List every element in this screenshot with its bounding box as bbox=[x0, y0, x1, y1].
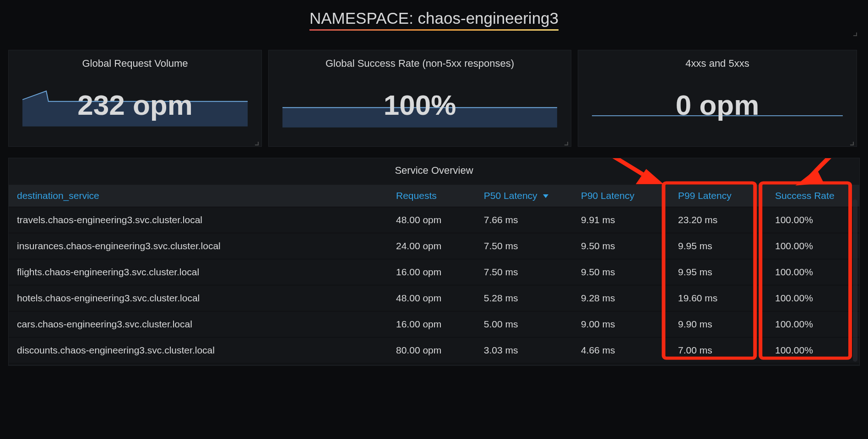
cell-destination-service: hotels.chaos-engineering3.svc.cluster.lo… bbox=[9, 285, 388, 311]
cell-p90-latency: 4.66 ms bbox=[573, 337, 670, 364]
col-header-label: destination_service bbox=[17, 190, 99, 201]
cell-success-rate: 100.00% bbox=[767, 337, 859, 364]
cell-destination-service: flights.chaos-engineering3.svc.cluster.l… bbox=[9, 259, 388, 285]
col-header-destination-service[interactable]: destination_service bbox=[9, 185, 388, 207]
cell-p99-latency: 7.00 ms bbox=[670, 337, 767, 364]
cell-p99-latency: 9.95 ms bbox=[670, 233, 767, 259]
cell-requests: 16.00 opm bbox=[388, 311, 476, 337]
panel-resize-handle[interactable] bbox=[849, 141, 854, 145]
cell-p90-latency: 9.50 ms bbox=[573, 259, 670, 285]
stat-value: 232 opm bbox=[77, 89, 193, 121]
col-header-requests[interactable]: Requests bbox=[388, 185, 476, 207]
cell-success-rate: 100.00% bbox=[767, 233, 859, 259]
table-row[interactable]: travels.chaos-engineering3.svc.cluster.l… bbox=[9, 207, 859, 233]
cell-destination-service: discounts.chaos-engineering3.svc.cluster… bbox=[9, 337, 388, 364]
col-header-p50-latency[interactable]: P50 Latency bbox=[476, 185, 573, 207]
stat-title: 4xxs and 5xxs bbox=[586, 58, 848, 70]
table-title: Service Overview bbox=[9, 158, 859, 185]
stat-card-4xx-5xx[interactable]: 4xxs and 5xxs 0 opm bbox=[578, 50, 857, 147]
panel-resize-handle[interactable] bbox=[564, 141, 568, 145]
stat-value: 100% bbox=[384, 89, 456, 121]
table-row[interactable]: hotels.chaos-engineering3.svc.cluster.lo… bbox=[9, 285, 859, 311]
stat-card-global-success-rate[interactable]: Global Success Rate (non-5xx responses) … bbox=[268, 50, 571, 147]
cell-p99-latency: 9.90 ms bbox=[670, 311, 767, 337]
col-header-success-rate[interactable]: Success Rate bbox=[767, 185, 859, 207]
table-scrollbar[interactable] bbox=[853, 199, 857, 362]
cell-p50-latency: 7.50 ms bbox=[476, 259, 573, 285]
col-header-label: Success Rate bbox=[775, 190, 835, 201]
cell-p50-latency: 7.50 ms bbox=[476, 233, 573, 259]
col-header-p99-latency[interactable]: P99 Latency bbox=[670, 185, 767, 207]
cell-requests: 24.00 opm bbox=[388, 233, 476, 259]
stat-title: Global Success Rate (non-5xx responses) bbox=[277, 58, 563, 70]
stat-title: Global Request Volume bbox=[17, 58, 253, 70]
cell-success-rate: 100.00% bbox=[767, 207, 859, 233]
cell-p99-latency: 19.60 ms bbox=[670, 285, 767, 311]
col-header-label: P99 Latency bbox=[678, 190, 732, 201]
cell-destination-service: cars.chaos-engineering3.svc.cluster.loca… bbox=[9, 311, 388, 337]
cell-success-rate: 100.00% bbox=[767, 285, 859, 311]
col-header-label: Requests bbox=[396, 190, 437, 201]
col-header-label: P90 Latency bbox=[581, 190, 635, 201]
cell-success-rate: 100.00% bbox=[767, 311, 859, 337]
table-row[interactable]: discounts.chaos-engineering3.svc.cluster… bbox=[9, 337, 859, 364]
page-title: NAMESPACE: chaos-engineering3 bbox=[309, 9, 559, 31]
stat-card-global-request-volume[interactable]: Global Request Volume 232 opm bbox=[8, 50, 262, 147]
service-overview-table: destination_service Requests P50 Latency… bbox=[9, 185, 859, 364]
cell-p50-latency: 3.03 ms bbox=[476, 337, 573, 364]
col-header-p90-latency[interactable]: P90 Latency bbox=[573, 185, 670, 207]
cell-destination-service: insurances.chaos-engineering3.svc.cluste… bbox=[9, 233, 388, 259]
cell-requests: 16.00 opm bbox=[388, 259, 476, 285]
cell-requests: 80.00 opm bbox=[388, 337, 476, 364]
service-overview-panel: Service Overview destination_service Req… bbox=[8, 158, 860, 366]
cell-p99-latency: 9.95 ms bbox=[670, 259, 767, 285]
panel-resize-handle[interactable] bbox=[852, 32, 857, 36]
stat-value: 0 opm bbox=[676, 89, 760, 121]
sort-desc-icon bbox=[542, 194, 549, 198]
cell-requests: 48.00 opm bbox=[388, 207, 476, 233]
table-row[interactable]: cars.chaos-engineering3.svc.cluster.loca… bbox=[9, 311, 859, 337]
col-header-label: P50 Latency bbox=[484, 190, 537, 201]
cell-p50-latency: 5.28 ms bbox=[476, 285, 573, 311]
panel-resize-handle[interactable] bbox=[254, 141, 259, 145]
cell-p50-latency: 7.66 ms bbox=[476, 207, 573, 233]
cell-success-rate: 100.00% bbox=[767, 259, 859, 285]
cell-requests: 48.00 opm bbox=[388, 285, 476, 311]
cell-p99-latency: 23.20 ms bbox=[670, 207, 767, 233]
table-row[interactable]: flights.chaos-engineering3.svc.cluster.l… bbox=[9, 259, 859, 285]
cell-p90-latency: 9.00 ms bbox=[573, 311, 670, 337]
cell-p90-latency: 9.91 ms bbox=[573, 207, 670, 233]
stats-row: Global Request Volume 232 opm Global Suc… bbox=[8, 50, 860, 147]
title-panel: NAMESPACE: chaos-engineering3 bbox=[8, 5, 860, 37]
table-row[interactable]: insurances.chaos-engineering3.svc.cluste… bbox=[9, 233, 859, 259]
cell-p50-latency: 5.00 ms bbox=[476, 311, 573, 337]
cell-p90-latency: 9.50 ms bbox=[573, 233, 670, 259]
cell-p90-latency: 9.28 ms bbox=[573, 285, 670, 311]
cell-destination-service: travels.chaos-engineering3.svc.cluster.l… bbox=[9, 207, 388, 233]
